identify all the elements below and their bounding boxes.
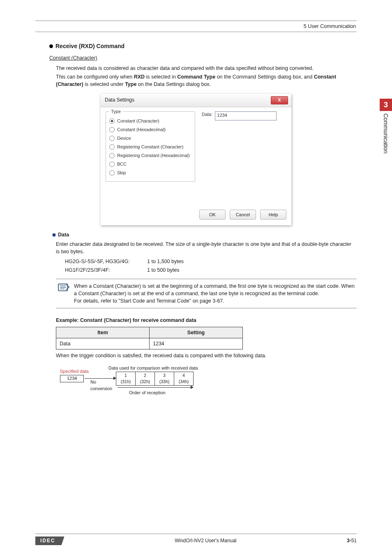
radio-constant-character[interactable]: Constant (Character): [109, 118, 191, 125]
constant-character-subtitle: Constant (Character): [49, 54, 357, 62]
radio-device[interactable]: Device: [109, 135, 191, 142]
radio-icon: [109, 127, 115, 132]
diagram-top-label: Data used for comparison with received d…: [108, 365, 198, 372]
bullet-icon: [49, 44, 53, 48]
help-button[interactable]: Help: [260, 210, 286, 220]
arrow-icon: [118, 387, 193, 388]
para-2: This can be configured only when RXD is …: [56, 73, 355, 88]
radio-icon: [109, 170, 115, 176]
data-field[interactable]: 1234: [215, 111, 277, 120]
brand-logo: IDEC: [35, 536, 65, 545]
para-1: The received data is considered as chara…: [56, 65, 355, 72]
example-th-item: Item: [56, 327, 150, 338]
radio-icon: [109, 162, 115, 167]
example-table: Item Setting Data 1234: [56, 327, 243, 349]
chapter-label: Communication: [382, 113, 390, 153]
byte-cell: 2(32h): [136, 372, 155, 386]
example-note: When the trigger condition is satisfied,…: [56, 352, 357, 359]
radio-registering-constant-character[interactable]: Registering Constant (Character): [109, 144, 191, 150]
radio-icon: [109, 153, 115, 158]
radio-skip[interactable]: Skip: [109, 170, 191, 176]
manual-title: WindO/I-NV2 User's Manual: [175, 537, 236, 544]
radio-icon: [109, 136, 115, 141]
type-fieldset: Type Constant (Character) Constant (Hexa…: [106, 111, 195, 182]
chapter-tab: 3 Communication: [380, 99, 392, 153]
note-box: When a Constant (Character) is set at th…: [56, 279, 357, 308]
example-heading: Example: Constant (Character) for receiv…: [56, 317, 357, 324]
radio-icon: [109, 144, 115, 150]
radio-bcc[interactable]: BCC: [109, 161, 191, 168]
order-of-reception-label: Order of reception: [129, 390, 166, 396]
data-field-label: Data:: [202, 111, 212, 118]
byte-spec-table: HG2G-S/-5S/-5F, HG3G/4G: 1 to 1,500 byte…: [65, 258, 357, 274]
section-title: Receive (RXD) Command: [55, 42, 125, 50]
type-legend: Type: [109, 109, 122, 115]
table-row: HG1F/2F/2S/3F/4F: 1 to 500 bytes: [65, 266, 357, 274]
table-row: HG2G-S/-5S/-5F, HG3G/4G: 1 to 1,500 byte…: [65, 258, 357, 265]
section-header: 5 User Communication: [35, 23, 357, 30]
data-heading: Data: [58, 231, 69, 238]
dialog-title: Data Settings: [105, 97, 134, 104]
data-desc: Enter character data designated to be re…: [56, 240, 355, 255]
note-line-1: When a Constant (Character) is set at th…: [74, 282, 355, 297]
ok-button[interactable]: OK: [199, 210, 226, 220]
byte-cell: 4(34h): [174, 372, 194, 386]
page-number: 3-51: [347, 537, 357, 544]
close-icon[interactable]: X: [271, 96, 288, 104]
byte-cell: 1(31h): [116, 372, 136, 386]
no-conversion-label: Noconversion: [90, 379, 112, 392]
cancel-button[interactable]: Cancel: [230, 210, 256, 220]
specified-data-label: Specified data: [60, 368, 89, 375]
specified-data-box: 1234: [60, 375, 84, 382]
radio-registering-constant-hexadecimal[interactable]: Registering Constant (Hexadecimal): [109, 153, 191, 159]
comparison-diagram: Data used for comparison with received d…: [60, 365, 357, 402]
note-line-2: For details, refer to "Start Code and Te…: [74, 297, 355, 305]
chapter-number: 3: [380, 99, 392, 111]
data-settings-dialog: Data Settings X Type Constant (Character…: [101, 94, 291, 226]
note-icon: [58, 282, 70, 305]
radio-constant-hexadecimal[interactable]: Constant (Hexadecimal): [109, 127, 191, 133]
radio-icon: [109, 118, 115, 124]
example-th-setting: Setting: [150, 327, 243, 338]
byte-cell: 3(33h): [155, 372, 174, 386]
table-row: Data 1234: [56, 338, 243, 349]
blue-square-icon: [53, 234, 55, 236]
receive-rxd-heading: Receive (RXD) Command: [49, 42, 357, 50]
